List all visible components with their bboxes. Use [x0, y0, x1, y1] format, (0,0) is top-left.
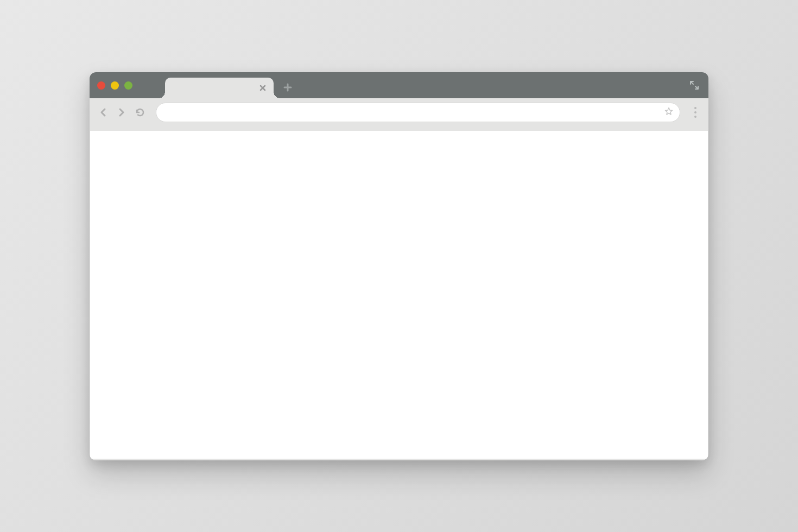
content-separator	[90, 126, 708, 131]
chevron-left-icon	[99, 107, 107, 117]
back-button[interactable]	[96, 105, 110, 119]
expand-icon	[689, 80, 700, 91]
browser-window	[90, 72, 708, 460]
dots-vertical-icon	[694, 107, 696, 109]
window-minimize-button[interactable]	[111, 81, 119, 90]
forward-button[interactable]	[115, 105, 129, 119]
window-maximize-button[interactable]	[124, 81, 132, 90]
star-icon	[664, 107, 673, 116]
plus-icon	[283, 83, 292, 92]
new-tab-button[interactable]	[283, 83, 292, 92]
bookmark-button[interactable]	[664, 107, 673, 118]
browser-toolbar	[90, 98, 708, 126]
close-tab-icon[interactable]	[259, 85, 266, 91]
window-close-button[interactable]	[97, 81, 105, 90]
window-controls	[97, 81, 132, 90]
address-bar[interactable]	[156, 103, 680, 122]
browser-tab[interactable]	[165, 78, 274, 98]
reload-icon	[135, 107, 145, 117]
address-input[interactable]	[163, 108, 664, 117]
tab-bar	[90, 72, 708, 98]
fullscreen-button[interactable]	[689, 80, 700, 93]
content-area	[90, 131, 708, 459]
menu-button[interactable]	[689, 105, 702, 119]
chevron-right-icon	[118, 107, 125, 117]
reload-button[interactable]	[133, 105, 147, 119]
